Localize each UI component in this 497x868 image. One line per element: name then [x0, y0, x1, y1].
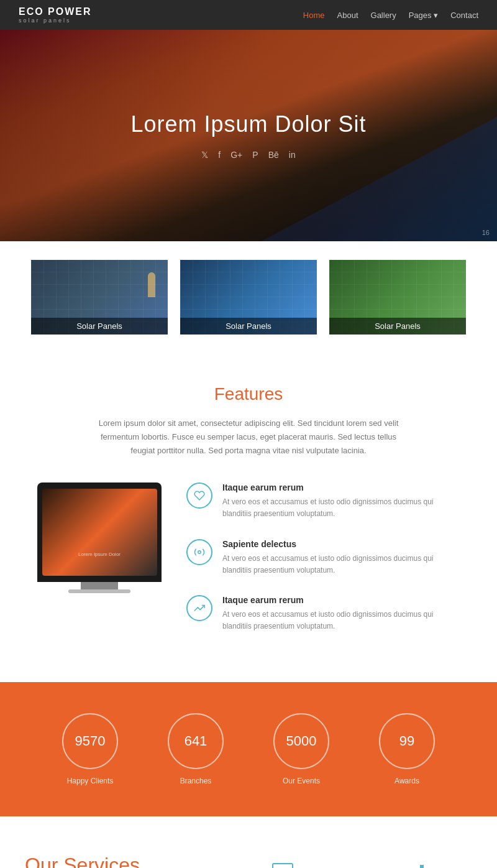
features-title: Features — [37, 384, 460, 404]
nav-links: Home About Gallery Pages ▾ Contact — [303, 11, 478, 20]
gallery-label-2: Solar Panels — [180, 318, 317, 335]
feature-text-1: Itaque earum rerum At vero eos et accusa… — [222, 482, 460, 520]
services-left: Our Services Integer vitae ligula sed le… — [25, 854, 199, 868]
feature-item-2: Sapiente delectus At vero eos et accusam… — [186, 539, 460, 576]
feature-desc-1: At vero eos et accusamus et iusto odio d… — [222, 496, 460, 520]
brand: ECO POWER solar panels — [19, 6, 92, 24]
hero-section: Lorem Ipsum Dolor Sit 𝕏 f G+ P Bē in 16 — [0, 30, 497, 241]
stat-2: 641 Branches — [168, 713, 224, 785]
brand-tagline: solar panels — [19, 17, 92, 24]
monitor-base — [68, 589, 130, 593]
feature-item-1: Itaque earum rerum At vero eos et accusa… — [186, 482, 460, 520]
gallery-card-2[interactable]: Solar Panels — [180, 260, 317, 335]
hero-title: Lorem Ipsum Dolor Sit — [130, 111, 366, 137]
nav-contact[interactable]: Contact — [450, 11, 478, 20]
feature-icon-3 — [186, 595, 212, 621]
monitor-display: Lorem Ipsum Dolor — [42, 489, 157, 576]
features-items: Itaque earum rerum At vero eos et accusa… — [186, 482, 460, 651]
stats-section: 9570 Happy Clients 641 Branches 5000 Our… — [0, 682, 497, 816]
stat-number-4: 99 — [399, 733, 414, 749]
stat-label-2: Branches — [168, 777, 224, 785]
features-monitor: Lorem Ipsum Dolor — [37, 482, 162, 593]
stat-label-3: Our Events — [273, 777, 329, 785]
stat-4: 99 Awards — [379, 713, 435, 785]
gallery-label-3: Solar Panels — [329, 318, 466, 335]
service-card-2: Soluta vum nobis — [354, 854, 472, 868]
gallery-section: Solar Panels Solar Panels Solar Panels — [0, 241, 497, 353]
features-content: Lorem Ipsum Dolor Itaque earum rerum At … — [37, 482, 460, 651]
stat-3: 5000 Our Events — [273, 713, 329, 785]
stat-number-1: 9570 — [75, 733, 106, 749]
feature-title-2: Sapiente delectus — [222, 539, 460, 549]
service-icon-2 — [360, 860, 466, 868]
stat-1: 9570 Happy Clients — [62, 713, 118, 785]
feature-desc-2: At vero eos et accusamus et iusto odio d… — [222, 553, 460, 576]
stat-circle-1: 9570 — [62, 713, 118, 769]
feature-title-3: Itaque earum rerum — [222, 595, 460, 605]
hero-content: Lorem Ipsum Dolor Sit 𝕏 f G+ P Bē in — [130, 111, 366, 160]
gallery-card-3[interactable]: Solar Panels — [329, 260, 466, 335]
monitor-screen-area: Lorem Ipsum Dolor — [37, 482, 162, 582]
stat-label-1: Happy Clients — [62, 777, 118, 785]
twitter-icon[interactable]: 𝕏 — [201, 150, 208, 160]
stat-label-4: Awards — [379, 777, 435, 785]
gallery-card-1[interactable]: Solar Panels — [31, 260, 168, 335]
google-plus-icon[interactable]: G+ — [230, 150, 242, 160]
stat-circle-2: 641 — [168, 713, 224, 769]
hero-counter: 16 — [482, 229, 490, 236]
service-card-1: Cum soluta nobis — [224, 854, 342, 868]
service-icon-1 — [230, 860, 335, 868]
monitor-text: Lorem Ipsum Dolor — [78, 552, 121, 557]
stat-circle-3: 5000 — [273, 713, 329, 769]
features-section: Features Lorem ipsum dolor sit amet, con… — [0, 353, 497, 682]
feature-icon-2 — [186, 539, 212, 565]
brand-name: ECO POWER — [19, 6, 92, 17]
linkedin-icon[interactable]: in — [289, 150, 296, 160]
svg-rect-6 — [420, 865, 424, 868]
gallery-label-1: Solar Panels — [31, 318, 168, 335]
features-description: Lorem ipsum dolor sit amet, consectetur … — [93, 417, 404, 458]
feature-desc-3: At vero eos et accusamus et iusto odio d… — [222, 609, 460, 632]
feature-item-3: Itaque earum rerum At vero eos et accusa… — [186, 595, 460, 632]
feature-icon-1 — [186, 482, 212, 509]
nav-pages[interactable]: Pages ▾ — [409, 11, 438, 20]
stat-number-2: 641 — [185, 733, 207, 749]
pinterest-icon[interactable]: P — [252, 150, 258, 160]
services-grid: Cum soluta nobis Soluta vum nobis — [224, 854, 472, 868]
services-title: Our Services — [25, 854, 199, 868]
nav-gallery[interactable]: Gallery — [371, 11, 396, 20]
nav-home[interactable]: Home — [303, 11, 325, 20]
stat-number-3: 5000 — [286, 733, 317, 749]
svg-point-0 — [198, 550, 201, 553]
feature-text-2: Sapiente delectus At vero eos et accusam… — [222, 539, 460, 576]
services-section: Our Services Integer vitae ligula sed le… — [0, 816, 497, 868]
svg-rect-1 — [273, 864, 293, 868]
facebook-icon[interactable]: f — [218, 150, 221, 160]
nav-about[interactable]: About — [337, 11, 358, 20]
hero-social: 𝕏 f G+ P Bē in — [130, 150, 366, 160]
stat-circle-4: 99 — [379, 713, 435, 769]
feature-text-3: Itaque earum rerum At vero eos et accusa… — [222, 595, 460, 632]
person-silhouette — [148, 272, 155, 297]
behance-icon[interactable]: Bē — [268, 150, 279, 160]
feature-title-1: Itaque earum rerum — [222, 482, 460, 492]
navbar: ECO POWER solar panels Home About Galler… — [0, 0, 497, 30]
monitor-stand — [81, 582, 118, 589]
